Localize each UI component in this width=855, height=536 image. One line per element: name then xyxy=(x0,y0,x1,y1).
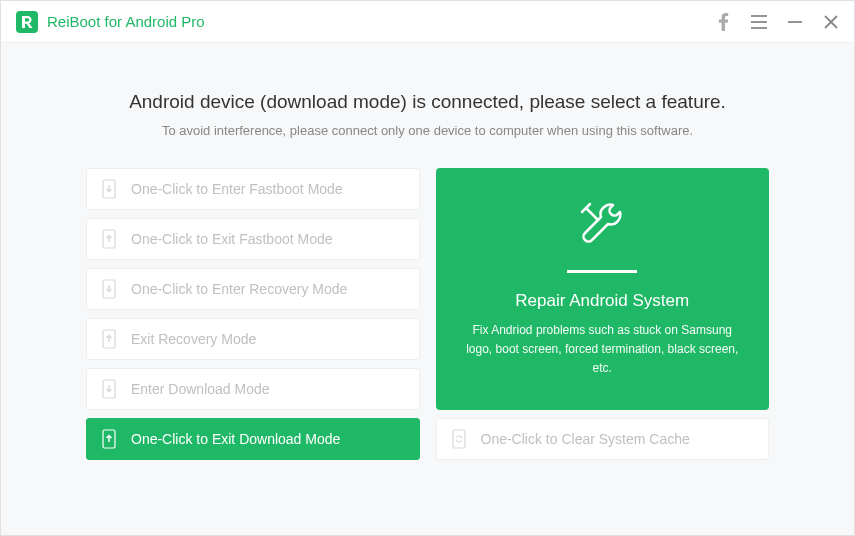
exit-fastboot-button[interactable]: One-Click to Exit Fastboot Mode xyxy=(86,218,420,260)
feature-label: One-Click to Exit Fastboot Mode xyxy=(131,231,333,247)
facebook-icon[interactable] xyxy=(714,13,732,31)
enter-download-button[interactable]: Enter Download Mode xyxy=(86,368,420,410)
phone-refresh-icon xyxy=(451,429,467,449)
feature-label: One-Click to Exit Download Mode xyxy=(131,431,340,447)
phone-up-icon xyxy=(101,429,117,449)
logo: ReiBoot for Android Pro xyxy=(15,10,205,34)
content-area: Android device (download mode) is connec… xyxy=(1,43,854,535)
feature-label: One-Click to Enter Recovery Mode xyxy=(131,281,347,297)
feature-label: One-Click to Enter Fastboot Mode xyxy=(131,181,343,197)
enter-fastboot-button[interactable]: One-Click to Enter Fastboot Mode xyxy=(86,168,420,210)
tools-icon xyxy=(578,200,626,252)
exit-download-button[interactable]: One-Click to Exit Download Mode xyxy=(86,418,420,460)
titlebar: ReiBoot for Android Pro xyxy=(1,1,854,43)
exit-recovery-button[interactable]: Exit Recovery Mode xyxy=(86,318,420,360)
app-window: ReiBoot for Android Pro xyxy=(0,0,855,536)
feature-grid: One-Click to Enter Fastboot Mode One-Cli… xyxy=(86,168,769,460)
page-heading: Android device (download mode) is connec… xyxy=(86,91,769,113)
close-icon[interactable] xyxy=(822,13,840,31)
phone-down-icon xyxy=(101,279,117,299)
app-title: ReiBoot for Android Pro xyxy=(47,13,205,30)
minimize-icon[interactable] xyxy=(786,13,804,31)
clear-cache-button[interactable]: One-Click to Clear System Cache xyxy=(436,418,770,460)
repair-android-card[interactable]: Repair Android System Fix Andriod proble… xyxy=(436,168,770,410)
phone-down-icon xyxy=(101,379,117,399)
svg-rect-21 xyxy=(453,430,465,448)
svg-line-19 xyxy=(586,208,598,220)
feature-label: Exit Recovery Mode xyxy=(131,331,256,347)
phone-down-icon xyxy=(101,179,117,199)
page-subheading: To avoid interference, please connect on… xyxy=(86,123,769,138)
repair-description: Fix Andriod problems such as stuck on Sa… xyxy=(466,321,740,379)
left-column: One-Click to Enter Fastboot Mode One-Cli… xyxy=(86,168,420,460)
divider xyxy=(567,270,637,273)
app-logo-icon xyxy=(15,10,39,34)
menu-icon[interactable] xyxy=(750,13,768,31)
feature-label: Enter Download Mode xyxy=(131,381,270,397)
right-column: Repair Android System Fix Andriod proble… xyxy=(436,168,770,460)
feature-label: One-Click to Clear System Cache xyxy=(481,431,690,447)
titlebar-controls xyxy=(714,13,840,31)
phone-up-icon xyxy=(101,329,117,349)
phone-up-icon xyxy=(101,229,117,249)
enter-recovery-button[interactable]: One-Click to Enter Recovery Mode xyxy=(86,268,420,310)
repair-title: Repair Android System xyxy=(515,291,689,311)
